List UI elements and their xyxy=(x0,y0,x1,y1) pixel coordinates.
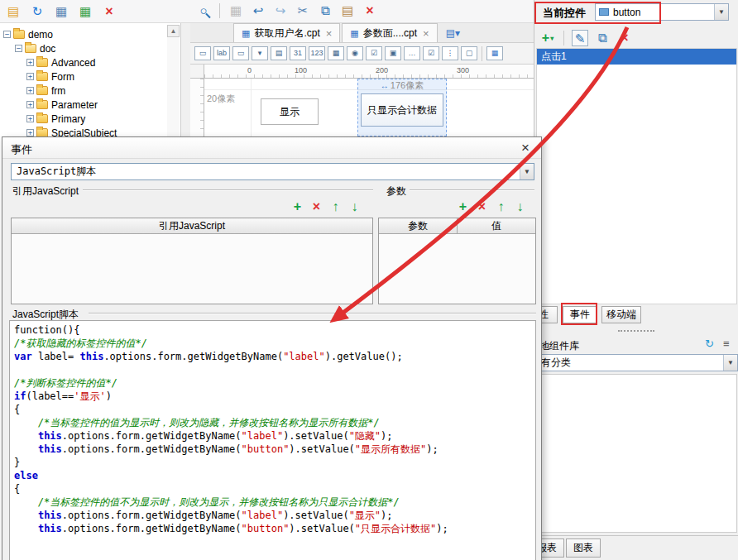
save-icon[interactable]: ▦ xyxy=(228,2,244,19)
expand-icon[interactable]: + xyxy=(26,59,34,66)
report-list-icon[interactable]: ▦ xyxy=(53,3,69,20)
number-widget-icon[interactable]: 123 xyxy=(309,46,325,60)
tab-chart[interactable]: 图表 xyxy=(566,538,601,558)
collapse-icon[interactable]: − xyxy=(3,31,11,38)
param-movedown-button[interactable]: ↓ xyxy=(513,199,527,215)
file-widget-icon[interactable]: … xyxy=(404,46,420,60)
refresh-icon[interactable]: ↻ xyxy=(29,3,46,20)
horizontal-splitter[interactable] xyxy=(534,330,738,332)
show-button-widget[interactable]: 显示 xyxy=(261,98,319,125)
folder-icon xyxy=(36,72,48,81)
combobox-widget-icon[interactable]: ▾ xyxy=(252,46,268,60)
multiselect-widget-icon[interactable]: ☑ xyxy=(423,46,439,60)
param-remove-button[interactable]: × xyxy=(475,199,489,215)
close-tab-icon[interactable]: × xyxy=(423,27,429,40)
widget-settings-panel: 当前控件 button ▼ +▾✎⧉× 点击1 属性 事件 移动端 本地组件库 … xyxy=(534,0,738,560)
form-canvas[interactable]: 20像素 显示 ↔176像素 只显示合计数据 xyxy=(204,79,534,136)
event-toolbar: +▾✎⧉× xyxy=(539,28,633,48)
copy-icon[interactable]: ⧉ xyxy=(317,2,333,19)
tree-item-demo[interactable]: −demo xyxy=(0,27,180,41)
tab-mobile[interactable]: 移动端 xyxy=(601,306,641,323)
tab-get-username[interactable]: ▦ 获取用户名.cpt × xyxy=(233,23,340,42)
tree-widget-icon[interactable]: ⋮ xyxy=(442,46,458,60)
chevron-down-icon[interactable]: ▼ xyxy=(520,164,534,179)
param-moveup-button[interactable]: ↑ xyxy=(494,199,508,215)
total-button-widget[interactable]: 只显示合计数据 xyxy=(361,93,443,127)
expand-icon[interactable]: + xyxy=(26,129,34,136)
ref-js-movedown-button[interactable]: ↓ xyxy=(347,199,362,215)
tab-parameter-panel[interactable]: ▦ 参数面....cpt × xyxy=(342,23,437,42)
event-type-select[interactable]: JavaScript脚本 ▼ xyxy=(11,163,534,180)
folder-icon xyxy=(36,114,48,123)
copy-event-button[interactable]: ⧉ xyxy=(594,30,611,46)
edit-event-button[interactable]: ✎ xyxy=(572,30,588,46)
tree-item-Parameter[interactable]: +Parameter xyxy=(0,98,180,112)
tree-item-doc[interactable]: −doc xyxy=(0,41,180,55)
textarea-widget-icon[interactable]: ▣ xyxy=(385,46,401,60)
textfield-widget-icon[interactable]: ▭ xyxy=(232,46,249,60)
cut-icon[interactable]: ✂ xyxy=(295,2,311,19)
paste-icon[interactable]: ▤ xyxy=(339,2,356,19)
vertical-ruler xyxy=(190,79,204,136)
tree-item-Primary[interactable]: +Primary xyxy=(0,112,180,126)
new-report-icon[interactable]: ▤ xyxy=(5,3,22,20)
row-height-label: 20像素 xyxy=(207,93,235,105)
category-select[interactable]: 所有分类 ▼ xyxy=(526,354,738,371)
param-add-button[interactable]: + xyxy=(456,199,470,215)
close-icon[interactable]: × xyxy=(518,140,533,156)
checkbox-group-widget-icon[interactable]: ▤ xyxy=(271,46,287,60)
close-tab-icon[interactable]: × xyxy=(326,27,333,40)
ruler-mark: 300 xyxy=(457,66,469,74)
event-item[interactable]: 点击1 xyxy=(537,49,736,65)
ref-js-table[interactable]: 引用JavaScript xyxy=(11,218,373,304)
ref-js-group-label: 引用JavaScript xyxy=(12,184,79,199)
delete-icon[interactable]: × xyxy=(362,2,378,19)
expand-icon[interactable]: + xyxy=(26,87,34,94)
grid-line xyxy=(251,79,252,136)
scroll-up-icon[interactable]: ▲ xyxy=(167,25,180,37)
add-event-button[interactable]: +▾ xyxy=(539,30,556,46)
tree-item-label: Parameter xyxy=(51,99,98,111)
date-widget-icon[interactable]: 31 xyxy=(290,46,306,60)
checkbox-widget-icon[interactable]: ☑ xyxy=(366,46,382,60)
iframe-widget-icon[interactable]: ▢ xyxy=(461,46,477,60)
annotation-box-event-tab xyxy=(561,303,597,325)
label-widget-icon[interactable]: lab xyxy=(213,46,230,60)
preview-icon[interactable]: ○ xyxy=(195,2,212,19)
expand-icon[interactable]: + xyxy=(26,101,34,108)
component-library-list[interactable] xyxy=(536,374,737,533)
chevron-down-icon[interactable]: ▼ xyxy=(714,4,728,20)
delete-icon[interactable]: × xyxy=(101,3,117,20)
ruler-mark: 200 xyxy=(376,66,388,74)
menu-icon[interactable]: ≡ xyxy=(723,337,730,350)
horizontal-ruler: 0100200300 xyxy=(204,65,534,79)
tree-item-Advanced[interactable]: +Advanced xyxy=(0,55,180,69)
button-widget-icon[interactable]: ▭ xyxy=(194,46,211,60)
tab-list-dropdown-icon[interactable]: ▤▾ xyxy=(446,27,460,39)
redo-icon[interactable]: ↪ xyxy=(272,2,289,19)
refresh-icon[interactable]: ↻ xyxy=(705,337,714,350)
collapse-icon[interactable]: − xyxy=(15,45,22,52)
folder-icon xyxy=(36,58,48,67)
code-editor[interactable]: function(){/*获取隐藏的标签控件的值*/var label= thi… xyxy=(9,320,536,560)
grid-layout-icon[interactable]: ▦ xyxy=(486,46,503,60)
expand-icon[interactable]: + xyxy=(26,115,34,122)
chevron-down-icon[interactable]: ▼ xyxy=(723,355,737,371)
tree-item-Form[interactable]: +Form xyxy=(0,69,180,84)
table-widget-icon[interactable]: ▦ xyxy=(328,46,344,60)
ref-js-add-button[interactable]: + xyxy=(290,199,304,215)
expand-icon[interactable]: + xyxy=(26,73,34,80)
directory-toolbar: ▤↻▦▦× xyxy=(5,3,117,20)
radio-widget-icon[interactable]: ◉ xyxy=(347,46,363,60)
dialog-titlebar[interactable]: 事件 × xyxy=(2,137,541,159)
manage-report-icon[interactable]: ▦ xyxy=(77,3,93,20)
tree-item-label: Form xyxy=(51,71,74,83)
tree-item-frm[interactable]: +frm xyxy=(0,84,180,98)
ref-js-moveup-button[interactable]: ↑ xyxy=(328,199,343,215)
undo-icon[interactable]: ↩ xyxy=(250,2,266,19)
ref-js-remove-button[interactable]: × xyxy=(309,199,323,215)
param-table[interactable]: 参数 值 xyxy=(378,218,536,304)
folder-icon xyxy=(36,86,48,95)
delete-event-button[interactable]: × xyxy=(616,30,633,46)
tree-scrollbar[interactable]: ▲ xyxy=(167,25,180,141)
